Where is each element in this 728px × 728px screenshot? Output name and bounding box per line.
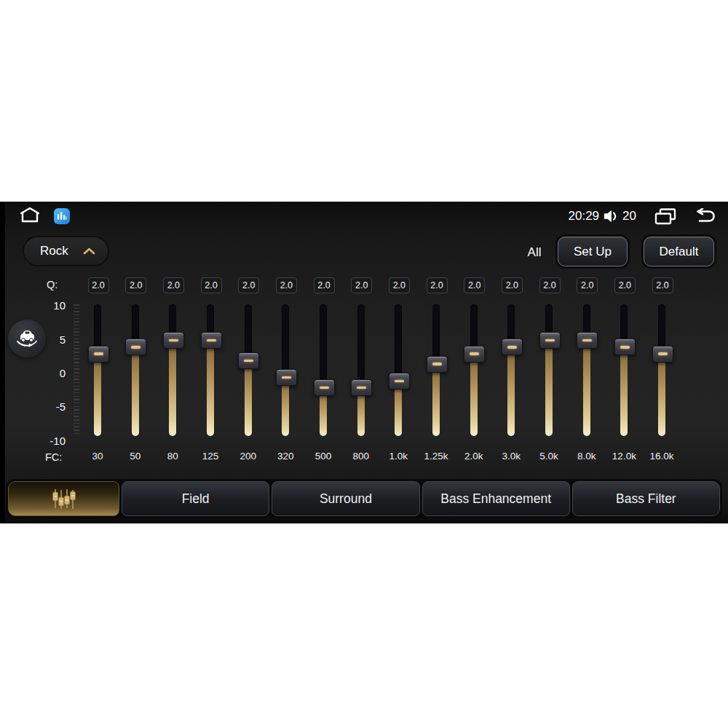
gain-axis-label: -5 — [20, 400, 66, 414]
gain-slider-knob-50[interactable] — [125, 339, 146, 355]
gain-axis-label: 0 — [20, 367, 66, 380]
q-value-50: 2.0 — [125, 277, 146, 293]
tab-bass-filter[interactable]: Bass Filter — [572, 481, 720, 516]
gain-slider-knob-12.0k[interactable] — [614, 339, 636, 355]
gain-slider-fill-5.0k — [545, 340, 553, 436]
gain-slider-fill-30 — [94, 353, 101, 436]
q-value-2.0k: 2.0 — [464, 277, 485, 293]
gain-slider-knob-800[interactable] — [351, 379, 372, 396]
gain-slider-fill-80 — [169, 340, 176, 436]
q-value-12.0k: 2.0 — [614, 277, 636, 293]
fc-row-label: FC: — [45, 451, 62, 463]
q-value-200: 2.0 — [238, 277, 259, 293]
gain-tick-ruler — [74, 304, 79, 436]
gain-slider-knob-30[interactable] — [88, 346, 109, 363]
gain-slider-knob-3.0k[interactable] — [502, 339, 523, 355]
tab-surround[interactable]: Surround — [272, 481, 419, 516]
gain-slider-knob-8.0k[interactable] — [577, 332, 598, 349]
car-rotate-icon — [15, 327, 39, 350]
tab-bass-enhancement[interactable]: Bass Enhancement — [422, 481, 570, 516]
gain-slider-fill-200 — [245, 360, 252, 436]
q-value-80: 2.0 — [163, 277, 184, 293]
gain-slider-knob-16.0k[interactable] — [652, 346, 673, 363]
gain-slider-knob-80[interactable] — [163, 332, 184, 349]
tab-field[interactable]: Field — [122, 481, 269, 516]
tab-bar: FieldSurroundBass EnhancementBass Filter — [6, 479, 722, 518]
gain-slider-fill-8.0k — [583, 340, 590, 436]
gain-slider-knob-1.0k[interactable] — [389, 373, 410, 389]
q-value-800: 2.0 — [351, 277, 372, 293]
gain-slider-knob-500[interactable] — [314, 379, 335, 396]
gain-slider-knob-125[interactable] — [201, 332, 222, 349]
gain-slider-fill-3.0k — [507, 347, 515, 436]
q-value-30: 2.0 — [88, 277, 109, 293]
q-value-500: 2.0 — [314, 277, 335, 293]
gain-axis-label: -10 — [20, 435, 66, 448]
gain-axis-label: 10 — [20, 299, 66, 312]
screenshot-page: 20:29 20 R — [0, 0, 728, 728]
gain-slider-fill-125 — [207, 340, 214, 436]
q-value-3.0k: 2.0 — [502, 277, 523, 293]
gain-slider-knob-320[interactable] — [276, 369, 297, 386]
q-value-8.0k: 2.0 — [577, 277, 598, 293]
q-value-1.25k: 2.0 — [427, 277, 448, 293]
gain-slider-fill-1.25k — [432, 363, 440, 436]
car-balance-button[interactable] — [8, 320, 46, 357]
gain-slider-knob-2.0k[interactable] — [464, 346, 485, 363]
q-value-5.0k: 2.0 — [539, 277, 561, 293]
equalizer-sliders-icon — [50, 488, 79, 510]
q-value-320: 2.0 — [276, 277, 297, 293]
gain-slider-knob-1.25k[interactable] — [427, 356, 448, 373]
q-value-125: 2.0 — [201, 277, 222, 293]
freq-label-16.0k: 16.0k — [638, 451, 685, 462]
gain-slider-knob-200[interactable] — [238, 352, 259, 369]
gain-slider-fill-50 — [132, 347, 139, 436]
gain-slider-fill-12.0k — [620, 347, 628, 436]
tab-equalizer[interactable] — [8, 481, 119, 516]
gain-slider-knob-5.0k[interactable] — [539, 332, 561, 349]
head-unit-screen: 20:29 20 R — [0, 202, 728, 523]
gain-slider-fill-2.0k — [470, 353, 478, 436]
q-value-1.0k: 2.0 — [389, 277, 410, 293]
eq-area: Q: FC: 1050-5-102.0302.0502.0802.01252.0… — [0, 202, 728, 523]
q-value-16.0k: 2.0 — [652, 277, 673, 293]
gain-slider-fill-16.0k — [658, 353, 665, 436]
q-row-label: Q: — [47, 279, 58, 290]
